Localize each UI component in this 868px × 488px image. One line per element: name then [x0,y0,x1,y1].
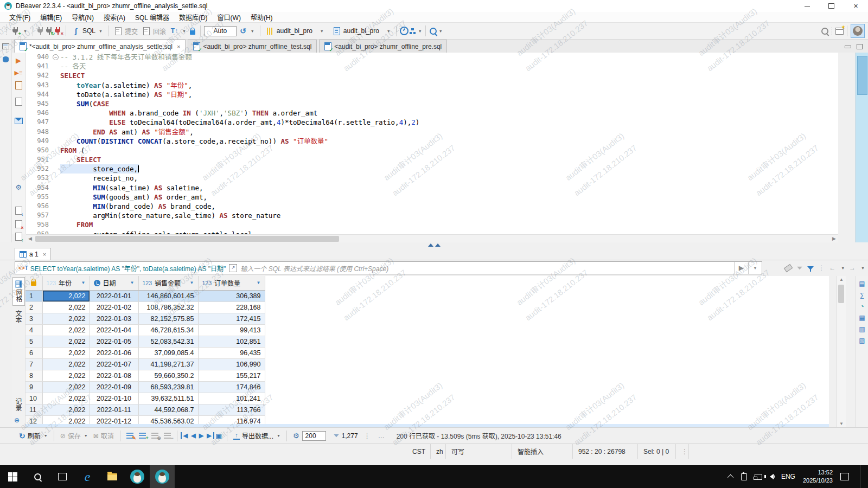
query-history-button[interactable]: ↺ ▼ [237,25,257,36]
chevron-down-icon[interactable]: ▼ [44,434,48,438]
previous-row-button[interactable]: ◀ [189,432,197,439]
row-number[interactable]: 7 [25,358,42,370]
tab-record[interactable]: 记录 [12,396,24,413]
load-file-button[interactable] [14,206,23,215]
grid-cell[interactable]: 102,851 [198,336,265,347]
scroll-up-icon[interactable]: ▲ [837,277,846,282]
script-button[interactable] [14,81,23,89]
action-center-icon[interactable] [840,473,849,480]
save-file-button[interactable] [14,232,23,241]
grid-cell[interactable]: 2,022 [42,370,90,381]
grid-cell[interactable]: 2,022 [42,358,90,370]
menu-item[interactable]: 导航(N) [67,12,99,22]
menu-item[interactable]: 帮助(H) [246,12,278,22]
grid-cell[interactable]: 2022-01-05 [90,336,138,347]
chevron-down-icon[interactable]: ▼ [277,434,280,438]
taskbar-search-button[interactable] [25,465,50,488]
txn-mode-combo[interactable]: Auto [204,26,237,36]
sql-editor[interactable]: 940-- 3.1.2 线下每年各天订单数和销售金额941-- 各天942SEL… [26,53,838,240]
scroll-right-icon[interactable]: ▶ [830,236,838,241]
row-number[interactable]: 3 [25,313,42,324]
table-row[interactable]: 22,0222022-01-02108,786,352.32228,168 [25,301,265,313]
grid-cell[interactable]: 101,241 [198,393,265,404]
results-tab[interactable]: a 1 × [15,248,51,260]
row-number[interactable]: 11 [25,404,42,415]
menu-item[interactable]: 窗口(W) [213,12,246,22]
show-desktop-button[interactable] [860,465,863,488]
close-icon[interactable]: × [177,43,180,50]
chevron-down-icon[interactable]: ▼ [182,29,186,33]
chevron-down-icon[interactable]: ▼ [320,29,324,33]
column-menu-icon[interactable]: ▼ [81,280,86,285]
settings-gear-icon[interactable]: ⚙ [14,183,23,191]
grid-cell[interactable]: 44,592,068.7 [138,404,198,415]
grid-cell[interactable]: 228,168 [198,301,265,313]
lock-icon[interactable] [188,27,197,35]
fold-marker-icon[interactable] [52,53,60,62]
panel-calc-icon[interactable]: ∑ [860,292,865,298]
chevron-down-icon[interactable]: ▼ [387,29,391,33]
grid-cell[interactable]: 113,766 [198,404,265,415]
focus-row-button[interactable]: ▣ [214,432,224,440]
chevron-down-icon[interactable]: ▼ [84,434,88,438]
menu-item[interactable]: 编辑(E) [35,12,67,22]
fetch-settings-button[interactable]: ⚙ [290,432,302,440]
row-number[interactable]: 9 [25,381,42,393]
dashboard-icon[interactable] [400,27,409,35]
column-header[interactable]: 123订单数量▼ [198,276,265,290]
unsaved-file-icon[interactable] [14,220,23,228]
table-row[interactable]: 112,0222022-01-1144,592,068.7113,766 [25,404,265,415]
table-row[interactable]: 52,0222022-01-0552,083,542.31102,851 [25,336,265,347]
grid-cell[interactable]: 2,022 [42,324,90,336]
record-icon[interactable]: ⊕ [14,416,20,424]
chevron-down-icon[interactable]: ▼ [439,29,443,33]
maximize-button[interactable] [819,0,844,12]
apply-filter-button[interactable]: ▶ [735,264,748,272]
grid-cell[interactable]: 306,389 [198,290,265,301]
next-row-button[interactable]: ▶ [197,432,205,439]
dbeaver-active-taskbar-button[interactable] [150,465,175,488]
table-row[interactable]: 82,0222022-01-0859,660,350.2155,217 [25,370,265,381]
grid-cell[interactable]: 2022-01-08 [90,370,138,381]
grid-cell[interactable]: 2,022 [42,404,90,415]
new-connection-button[interactable]: + ▼ [9,25,29,36]
database-selector[interactable]: audit_bi_pro ▼ [330,25,393,36]
user-profile-button[interactable] [851,24,865,38]
column-menu-icon[interactable]: ▼ [130,280,135,285]
tab-text[interactable]: 文本 [12,307,24,326]
grid-cell[interactable]: 2022-01-11 [90,404,138,415]
history-back-icon[interactable]: ← [829,264,835,272]
export-result-button[interactable] [14,117,23,125]
editor-tab[interactable]: <audit_bi_pro> zhumr_offline_pre.sql [319,40,447,53]
start-button[interactable] [0,465,25,488]
panel-chart-icon[interactable]: ▥ [859,326,865,332]
tab-grid[interactable]: 网格 [12,277,25,306]
result-grid[interactable]: 123年份▼日期▼123销售金额▼123订单数量▼12,0222022-01-0… [25,276,829,427]
connect-icon[interactable] [36,27,45,35]
commit-button[interactable]: 提交 [112,25,140,37]
cancel-button[interactable]: ⊠ 取消 [91,431,117,440]
filter-icon[interactable] [807,266,814,270]
grid-cell[interactable]: 2022-01-02 [90,301,138,313]
rollback-button[interactable]: 回滚 [140,25,168,37]
table-row[interactable]: 92,0222022-01-0968,593,239.81174,846 [25,381,265,393]
editor-tab[interactable]: <audit_bi_pro> zhumr_offline_test.sql [188,40,317,53]
grid-cell[interactable]: 59,660,350.2 [138,370,198,381]
row-number[interactable]: 8 [25,370,42,381]
minimize-panel-icon[interactable] [845,46,851,48]
panel-metadata-icon[interactable]: ◔ [860,303,864,310]
history-forward-icon[interactable]: → [849,264,856,272]
disconnect-icon[interactable]: × [54,27,62,35]
scroll-down-icon[interactable]: ▼ [837,421,846,426]
grid-cell[interactable]: 99,413 [198,324,265,336]
column-menu-icon[interactable]: ▼ [190,280,194,285]
grid-cell[interactable]: 155,217 [198,370,265,381]
minimize-button[interactable] [795,0,819,12]
column-header[interactable]: 123销售金额▼ [138,276,198,290]
grid-cell[interactable]: 2022-01-04 [90,324,138,336]
column-header[interactable]: 123年份▼ [42,276,90,290]
grid-cell[interactable]: 2022-01-10 [90,393,138,404]
table-row[interactable]: 102,0222022-01-1039,632,511.51101,241 [25,393,265,404]
close-button[interactable]: × [844,0,868,12]
dbeaver-taskbar-button[interactable] [125,465,150,488]
